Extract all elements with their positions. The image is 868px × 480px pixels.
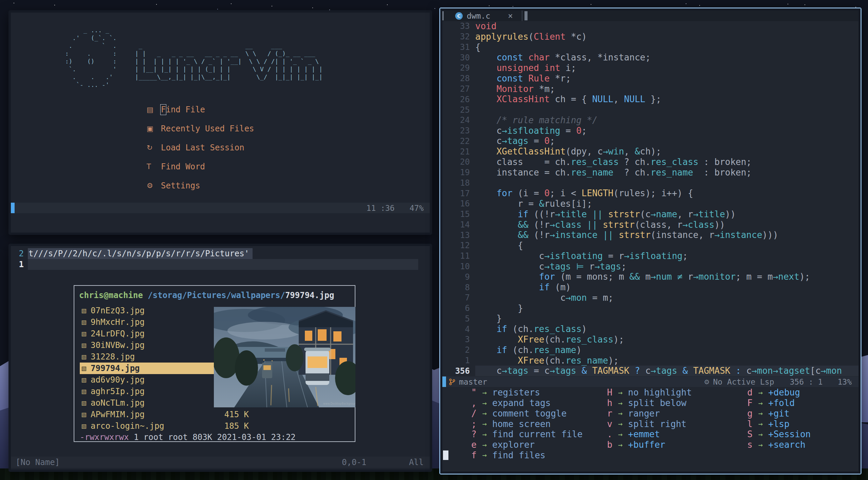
menu-item-settings[interactable]: ⚙Settings — [147, 176, 254, 195]
code-line[interactable]: 17 for (i = 0; i < LENGTH(rules); i++) { — [442, 188, 858, 199]
buffer-line-2[interactable]: 2 t///s/P//2/h/c/.l/s/n/s/p/p/s/r/r/s/Pi… — [11, 248, 430, 259]
tab-separator — [522, 11, 522, 21]
code-line[interactable]: 12 { — [442, 240, 858, 251]
window-lunarvim-dashboard[interactable]: _ ... _ .' (_`. `. . ` . _ __ ___ : . : … — [8, 10, 432, 235]
whichkey-item--fold[interactable]: F→+fold — [737, 398, 811, 408]
code-line[interactable]: 14 && (!r→class || strstr(class, r→class… — [442, 220, 858, 230]
whichkey-item-comment-toggle[interactable]: /→comment toggle — [461, 408, 583, 419]
image-file-icon: ▧ — [81, 423, 87, 429]
code-line[interactable]: 32applyrules(Client *c) — [442, 32, 858, 42]
code-line[interactable]: 21 XGetClassHint(dpy, c→win, &ch); — [442, 146, 858, 157]
code-line[interactable]: 7 c→mon = m; — [442, 293, 858, 303]
image-file-icon: ▧ — [81, 376, 87, 383]
whichkey-item--search[interactable]: s→+search — [737, 440, 811, 450]
code-line[interactable]: 20 class = ch.res_class ? ch.res_class :… — [442, 157, 858, 167]
menu-item-load-last-session[interactable]: ↻Load Last Session — [147, 138, 254, 157]
code-line[interactable]: 3 XFree(ch.res_class); — [442, 334, 858, 345]
menu-item-label: Recently Used Files — [161, 124, 254, 133]
whichkey-item-find-files[interactable]: f→find files — [461, 450, 583, 461]
file-manager-popup[interactable]: chris@machine /storag/Pictures/wallpaper… — [74, 285, 355, 442]
settings-icon: ⚙ — [147, 182, 161, 190]
file-size: 185 K — [224, 421, 249, 431]
code-line[interactable]: 8 if (m) — [442, 282, 858, 293]
line-text: t///s/P//2/h/c/.l/s/n/s/p/p/s/r/r/s/Pict… — [28, 248, 253, 259]
line-text: c→mon = m; — [475, 293, 858, 303]
code-line[interactable]: 2 if (ch.res_name) — [442, 345, 858, 355]
whichkey-item-find-current-file[interactable]: ?→find current file — [461, 429, 583, 440]
menu-item-find-file[interactable]: ▤Find File — [147, 100, 254, 119]
whichkey-item-registers[interactable]: "→registers — [461, 387, 583, 398]
line-text — [475, 178, 858, 188]
code-line-current[interactable]: 356 c→tags = c→tags & TAGMASK ? c→tags &… — [442, 366, 858, 376]
code-line[interactable]: 31{ — [442, 42, 858, 53]
lsp-status: No Active Lsp — [713, 377, 774, 386]
code-line[interactable]: 11 c→isfloating = r→isfloating; — [442, 251, 858, 261]
code-line[interactable]: 30 const char *class, *instance; — [442, 52, 858, 63]
git-branch-name[interactable]: master — [459, 377, 487, 386]
code-line[interactable]: 10 c→tags ⊨ r→tags; — [442, 261, 858, 272]
code-line[interactable]: 24 /* rule matching */ — [442, 115, 858, 126]
desktop: _ ... _ .' (_`. `. . ` . _ __ ___ : . : … — [0, 0, 868, 480]
menu-item-find-word[interactable]: TFind Word — [147, 157, 254, 176]
whichkey-item-split-below[interactable]: h→split below — [597, 398, 692, 408]
code-line[interactable]: 22 c→tags = 0; — [442, 136, 858, 146]
arrow-right-icon: → — [753, 388, 768, 397]
whichkey-item--emmet[interactable]: .→+emmet — [597, 429, 692, 440]
whichkey-item-home-screen[interactable]: ;→home screen — [461, 419, 583, 429]
window-file-preview[interactable]: 2 t///s/P//2/h/c/.l/s/n/s/p/p/s/r/r/s/Pi… — [8, 244, 432, 472]
line-number: 30 — [442, 53, 470, 62]
line-number: 20 — [442, 157, 470, 167]
whichkey-item-no-highlight[interactable]: H→no highlight — [597, 387, 692, 398]
line-number: 33 — [442, 21, 470, 31]
code-line[interactable]: 23 c→isfloating = 0; — [442, 126, 858, 136]
whichkey-key: l — [737, 419, 753, 429]
lunarvim-ascii-logo: _ ... _ .' (_`. `. . ` . _ __ ___ : . : … — [58, 26, 322, 89]
whichkey-item--debug[interactable]: d→+debug — [737, 387, 811, 398]
code-line[interactable]: 19 instance = ch.res_name ? ch.res_name … — [442, 167, 858, 178]
code-line[interactable]: 18 — [442, 178, 858, 188]
code-line[interactable]: 1 XFree(ch.res_name); — [442, 355, 858, 366]
code-line[interactable]: 29 unsigned int i; — [442, 63, 858, 73]
arrow-right-icon: → — [612, 441, 628, 449]
code-buffer[interactable]: 33void32applyrules(Client *c)31{30 const… — [442, 21, 858, 376]
line-text: /* rule matching */ — [475, 115, 858, 126]
user-host: chris@machine — [79, 291, 143, 300]
buffer-line-1[interactable]: 1 — [11, 259, 430, 270]
code-line[interactable]: 6 } — [442, 303, 858, 314]
image-file-icon: ▧ — [81, 411, 87, 418]
code-line[interactable]: 15 if ((!r→title || strstr(c→name, r→tit… — [442, 209, 858, 220]
code-line[interactable]: 4 if (ch.res_class) — [442, 324, 858, 334]
code-line[interactable]: 27 Monitor *m; — [442, 84, 858, 94]
code-line[interactable]: 9 for (m = mons; m && m→num ≠ r→monitor;… — [442, 272, 858, 282]
file-row[interactable]: ▧arco-login~.jpg185 K — [80, 420, 252, 432]
image-preview: www.DesktopBackground.org — [214, 307, 355, 407]
code-line[interactable]: 5 } — [442, 313, 858, 324]
whichkey-item-ranger[interactable]: r→ranger — [597, 408, 692, 419]
whichkey-item--session[interactable]: S→+Session — [737, 429, 811, 440]
line-number: 31 — [442, 42, 470, 52]
code-line[interactable]: 33void — [442, 21, 858, 32]
code-line[interactable]: 25 — [442, 105, 858, 115]
file-row[interactable]: ▧APwFMIM.jpg 415 K — [80, 409, 252, 420]
whichkey-item-explorer[interactable]: e→explorer — [461, 440, 583, 450]
line-text: XClassHint ch = { NULL, NULL }; — [475, 94, 858, 105]
code-line[interactable]: 28 const Rule *r; — [442, 73, 858, 84]
whichkey-item--buffer[interactable]: b→+buffer — [597, 440, 692, 450]
close-icon[interactable]: × — [508, 11, 513, 21]
menu-item-recently-used-files[interactable]: ▣Recently Used Files — [147, 119, 254, 138]
whichkey-item-expand-tags[interactable]: ,→expand tags — [461, 398, 583, 408]
whichkey-item--lsp[interactable]: l→+lsp — [737, 419, 811, 429]
preview-painting: www.DesktopBackground.org — [214, 307, 355, 407]
tab-dwm-c[interactable]: dwm.c — [467, 12, 490, 20]
window-code-editor[interactable]: C dwm.c × 33void32applyrules(Client *c)3… — [439, 7, 862, 475]
whichkey-column: d→+debugF→+foldg→+gitl→+lspS→+Sessions→+… — [737, 387, 811, 450]
whichkey-key: f — [461, 450, 477, 460]
whichkey-item--git[interactable]: g→+git — [737, 408, 811, 419]
code-line[interactable]: 16 r = &rules[i]; — [442, 199, 858, 209]
code-line[interactable]: 26 XClassHint ch = { NULL, NULL }; — [442, 94, 858, 105]
whichkey-item-split-right[interactable]: v→split right — [597, 419, 692, 429]
whichkey-key: H — [597, 387, 612, 398]
line-number: 12 — [442, 241, 470, 250]
image-file-icon: ▧ — [81, 342, 87, 349]
code-line[interactable]: 13 && (!r→instance || strstr(instance, r… — [442, 230, 858, 240]
